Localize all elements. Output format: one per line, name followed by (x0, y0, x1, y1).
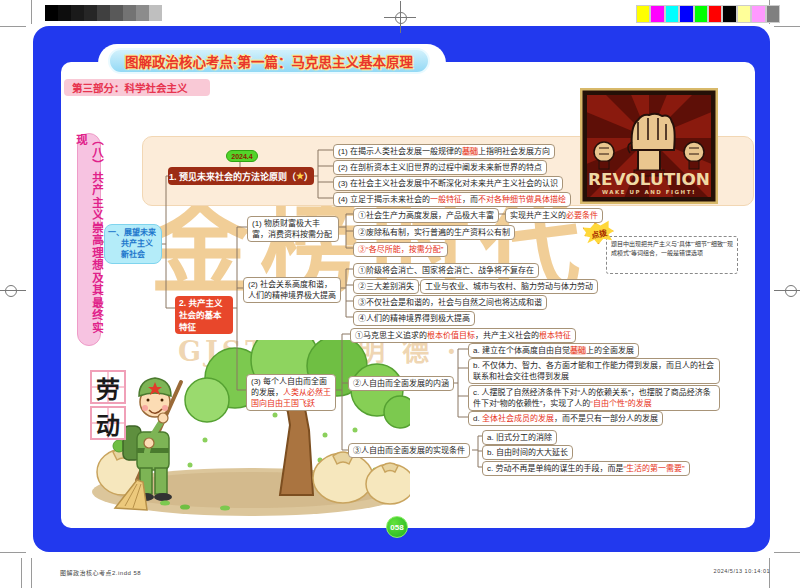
group2-child-2: ②三大差别消失 (353, 279, 419, 294)
group1-child-3: ③“各尽所能，按需分配” (353, 242, 448, 257)
series-title: 图解政治核心考点·第一篇：马克思主义基本原理 (108, 48, 430, 74)
registration-mark-right (782, 282, 798, 298)
group2-child-1: ①阶级将会消亡、国家将会消亡、战争将不复存在 (353, 263, 539, 278)
connotation-item-a: a. 建立在个体高度自由自觉基础上的全面发展 (468, 343, 639, 358)
connotation-item-c: c. 人摆脱了自然经济条件下对“人的依赖关系”，也摆脱了商品经济条件下对“物的依… (468, 385, 720, 411)
group2-label: (2) 社会关系高度和谐，人们的精神境界极大提高 (243, 277, 341, 303)
calligraphy-tile-lao: 劳 (90, 370, 126, 404)
group2-child-3: ③不仅社会是和谐的，社会与自然之间也将达成和谐 (353, 295, 547, 310)
group3-label: (3) 每个人自由而全面的发展，人类从必然王国向自由王国飞跃 (246, 374, 336, 411)
group1-child-1: ①社会生产力高度发展，产品极大丰富 (353, 208, 499, 223)
group3-child-3-label: ③人自由而全面发展的实现条件 (348, 443, 470, 458)
section1-item-3: (3) 在社会主义社会发展中不断深化对未来共产主义社会的认识 (333, 176, 563, 191)
group1-child-2: ②废除私有制，实行普遍的生产资料公有制 (353, 225, 515, 240)
crop-mark (31, 0, 32, 24)
crop-mark (774, 552, 800, 553)
registration-mark-left (2, 282, 18, 298)
calligraphy-tile-dong: 动 (90, 406, 126, 440)
grayscale-calibration-bar (45, 5, 175, 21)
mindmap-level1-topic: 一、展望未来 共产主义 新社会 (104, 224, 162, 264)
registration-mark-top (392, 9, 408, 25)
crop-mark (0, 552, 26, 553)
condition-item-c: c. 劳动不再是单纯的谋生的手段，而是“生活的第一需要” (482, 461, 690, 476)
level1-line: 新社会 (108, 249, 158, 260)
level1-line: 共产主义 (108, 238, 158, 249)
section1-item-1: (1) 在揭示人类社会发展一般规律的基础上指明社会发展方向 (333, 144, 555, 159)
part-label: 第三部分：科学社会主义 (64, 79, 210, 96)
section1-item-2: (2) 在剖析资本主义旧世界的过程中阐发未来新世界的特点 (333, 160, 547, 175)
group3-child-1: ①马克思主义追求的根本价值目标，共产主义社会的根本特征 (350, 328, 576, 343)
footer-file-label: 图解政治核心考点2.indd 58 (60, 568, 141, 577)
condition-item-b: b. 自由时间的大大延长 (482, 445, 573, 460)
group2-child-4: ④人们的精神境界得到极大提高 (353, 311, 475, 326)
crop-mark (31, 558, 32, 588)
crop-mark (21, 558, 22, 588)
color-calibration-bar (636, 5, 780, 23)
connotation-item-b: b. 不仅体力、智力、各方面才能和工作能力得到发展，而且人的社会联系和社会交往也… (468, 358, 720, 384)
crop-mark (0, 26, 26, 27)
footer-timestamp: 2024/5/13 10:14:01 (660, 568, 770, 574)
poster-title: REVOLUTION (588, 171, 710, 189)
group3-child-2-label: ②人自由而全面发展的内涵 (348, 376, 454, 391)
exam-year-badge: 2024.4 (226, 150, 258, 162)
revolution-poster: REVOLUTION WAKE UP AND FIGHT! (580, 88, 718, 204)
mindmap-root-topic: （八）共产主义崇高理想及其最终实现 (77, 133, 101, 346)
poster-subtitle: WAKE UP AND FIGHT! (602, 189, 696, 195)
labor-cartoon-illustration (85, 340, 410, 520)
condition-item-a: a. 旧式分工的消除 (482, 430, 557, 445)
section1-title: 1. 预见未来社会的方法论原则（★） (168, 167, 314, 185)
group1-side-note: 实现共产主义的必要条件 (505, 208, 603, 223)
tip-note: 题目中出现把共产主义与“具体”“细节”“细致”“现成模式”等词组合，一般是错误选… (606, 236, 738, 274)
group2-side-note: 工业与农业、城市与农村、脑力劳动与体力劳动 (420, 279, 598, 294)
page-number-badge: 058 (386, 516, 408, 538)
section1-item-4: (4) 立足于揭示未来社会的一般特征，而不对各种细节做具体描绘 (333, 192, 571, 207)
level1-line: 一、展望未来 (108, 227, 158, 238)
connotation-item-d: d. 全体社会成员的发展，而不是只有一部分人的发展 (468, 411, 663, 426)
section2-title: 2. 共产主义社会的基本特征 (175, 296, 233, 334)
printed-book-page: { "page": { "header": { "series_title": … (0, 0, 800, 588)
group1-label: (1) 物质财富极大丰富，消费资料按需分配 (247, 216, 339, 242)
crop-mark (774, 26, 800, 27)
